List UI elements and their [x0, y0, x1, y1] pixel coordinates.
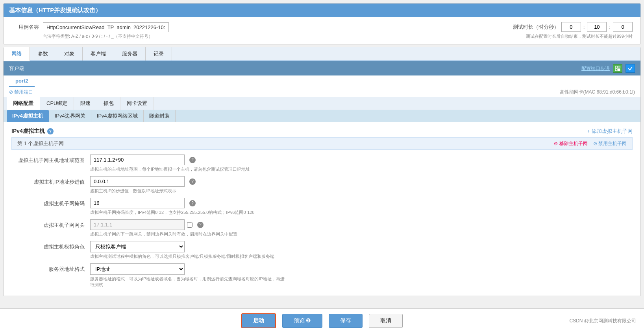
- disable-port-row: ⊘ 禁用端口 高性能网卡(MAC 68:91:d0:66:b0:1f): [4, 87, 640, 97]
- name-hint: 合法字符类型: A-Z / a-z / 0-9 / : / - / _（不支持中…: [43, 33, 169, 39]
- subsection-label: 第 1 个虚拟主机子网: [17, 140, 64, 147]
- form-row-host-range: 虚拟主机子网主机地址或范围 ? 虚拟主机的主机地址范围，每个IP地址模拟一个主机…: [11, 155, 633, 172]
- duration-minutes-input[interactable]: [587, 22, 607, 32]
- subtab2-ipv4-virtual-host[interactable]: IPv4虚拟主机: [7, 110, 49, 122]
- form-row-mask: 虚拟主机子网掩码 ? 虚拟主机子网掩码长度，IPv4范围0-32，也支持255.…: [11, 198, 633, 215]
- duration-seconds-input[interactable]: [613, 22, 633, 32]
- check-icon[interactable]: [625, 64, 635, 73]
- remove-subnet-link[interactable]: ⊘ 移除主机子网: [554, 140, 587, 147]
- ip-step-help-icon[interactable]: ?: [189, 178, 196, 185]
- form-row-gateway: 虚拟主机子网网关 ? 虚拟主机子网的下一跳网关，禁用边界网关时有效，启用时在边界…: [11, 219, 633, 237]
- mac-info: 高性能网卡(MAC 68:91:d0:66:b0:1f): [560, 89, 635, 96]
- add-subnet-link[interactable]: + 添加虚拟主机子网: [587, 128, 633, 135]
- config-port-link[interactable]: 配置端口步进: [581, 65, 610, 72]
- content-area: IPv4虚拟主机 ? + 添加虚拟主机子网 第 1 个虚拟主机子网 ⊘ 移除主机…: [4, 122, 640, 296]
- page-wrapper: 基本信息（HTTP并发慢确认攻击） 用例名称 合法字符类型: A-Z / a-z…: [0, 0, 644, 333]
- client-header-right: 配置端口步进: [581, 64, 635, 73]
- subtab2-ipv4-network-zone[interactable]: IPv4虚拟网络区域: [91, 110, 144, 122]
- gateway-hint: 虚拟主机子网的下一跳网关，禁用边界网关时有效，启用时在边界网关中配置: [90, 231, 237, 237]
- basic-info-name-row: 用例名称: [11, 22, 169, 32]
- subtab-cpu-binding[interactable]: CPU绑定: [40, 97, 74, 110]
- ip-step-label: 虚拟主机IP地址步进值: [11, 176, 90, 186]
- server-addr-label: 服务器地址格式: [11, 263, 90, 273]
- subsection-row: 第 1 个虚拟主机子网 ⊘ 移除主机子网 ⊘ 禁用主机子网: [11, 137, 633, 150]
- svg-rect-3: [618, 69, 620, 71]
- use-case-name-input[interactable]: [43, 22, 169, 32]
- port-tab-port2[interactable]: port2: [9, 75, 35, 87]
- form-row-ip-step: 虚拟主机IP地址步进值 ? 虚拟主机IP的步进值，数值以IP地址形式表示: [11, 176, 633, 194]
- section-title-row: IPv4虚拟主机 ? + 添加虚拟主机子网: [11, 128, 633, 135]
- disable-subnet-link[interactable]: ⊘ 禁用主机子网: [593, 140, 627, 147]
- subtab-capture[interactable]: 抓包: [97, 97, 120, 110]
- duration-hint: 测试在配置时长后自动结束，测试时长不能超过999小时: [526, 33, 633, 39]
- svg-rect-0: [615, 66, 617, 68]
- preview-button[interactable]: 预览 ❷: [282, 314, 323, 328]
- subtab-network-config[interactable]: 网络配置: [7, 97, 40, 110]
- client-title: 客户端: [9, 65, 24, 72]
- cancel-button[interactable]: 取消: [369, 314, 403, 328]
- duration-row: 测试时长（时分秒） : :: [513, 22, 633, 32]
- basic-info-header: 基本信息（HTTP并发慢确认攻击）: [4, 4, 640, 17]
- basic-info-right: 测试时长（时分秒） : : 测试在配置时长后自动结束，测试时长不能超过999小时: [513, 22, 633, 39]
- duration-label: 测试时长（时分秒）: [513, 24, 559, 31]
- host-range-wrap: ? 虚拟主机的主机地址范围，每个IP地址模拟一个主机，请勿包含测试仪管理口IP地…: [90, 155, 250, 172]
- gateway-input: [90, 219, 185, 230]
- host-range-inline: ?: [90, 155, 250, 165]
- subtab-nic-settings[interactable]: 网卡设置: [120, 97, 154, 110]
- sub-tabs2-ipv4: IPv4虚拟主机 IPv4边界网关 IPv4虚拟网络区域 隧道封装: [4, 110, 640, 122]
- tab-params[interactable]: 参数: [30, 47, 56, 61]
- gateway-label: 虚拟主机子网网关: [11, 219, 90, 229]
- connect-icon[interactable]: [613, 64, 622, 73]
- mask-wrap: ? 虚拟主机子网掩码长度，IPv4范围0-32，也支持255.255.255.0…: [90, 198, 255, 215]
- role-select[interactable]: 只模拟客户端 只模拟服务端 同时模拟客户端和服务端: [90, 241, 185, 252]
- mask-input[interactable]: [90, 198, 185, 208]
- subtab2-tunnel-encap[interactable]: 隧道封装: [144, 110, 176, 122]
- subtab2-ipv4-gateway[interactable]: IPv4边界网关: [49, 110, 91, 122]
- tab-client[interactable]: 客户端: [83, 47, 114, 61]
- sub-tabs-network: 网络配置 CPU绑定 限速 抓包 网卡设置: [4, 97, 640, 110]
- tab-objects[interactable]: 对象: [56, 47, 83, 61]
- start-button[interactable]: 启动: [241, 313, 276, 328]
- tabs-container: 网络 参数 对象 客户端 服务器 记录 客户端 配置端口步进: [3, 47, 641, 296]
- section-title: IPv4虚拟主机 ?: [11, 128, 54, 135]
- duration-sep1: :: [583, 24, 585, 30]
- tab-server[interactable]: 服务器: [114, 47, 146, 61]
- server-addr-hint: 服务器地址的格式，可以为IP地址或者域名，当为域名时，用例运行前先查询域名对应的…: [90, 276, 287, 288]
- form-row-role: 虚拟主机模拟角色 只模拟客户端 只模拟服务端 同时模拟客户端和服务端 虚拟主机测…: [11, 241, 633, 259]
- role-label: 虚拟主机模拟角色: [11, 241, 90, 250]
- gateway-inline: ?: [90, 219, 237, 230]
- tab-network[interactable]: 网络: [4, 47, 30, 61]
- save-button[interactable]: 保存: [329, 314, 363, 328]
- disable-port-link[interactable]: ⊘ 禁用端口: [9, 89, 33, 96]
- port-tab-row: port2: [4, 75, 640, 87]
- role-inline: 只模拟客户端 只模拟服务端 同时模拟客户端和服务端: [90, 241, 274, 252]
- client-header: 客户端 配置端口步进: [4, 61, 640, 75]
- host-range-hint: 虚拟主机的主机地址范围，每个IP地址模拟一个主机，请勿包含测试仪管理口IP地址: [90, 166, 250, 172]
- subtab-speed-limit[interactable]: 限速: [74, 97, 97, 110]
- main-tabs: 网络 参数 对象 客户端 服务器 记录: [4, 47, 640, 61]
- duration-sep2: :: [609, 24, 611, 30]
- ip-step-input[interactable]: [90, 176, 185, 187]
- ipv4-help-icon[interactable]: ?: [47, 128, 54, 134]
- ip-step-inline: ?: [90, 176, 196, 187]
- host-range-input[interactable]: [90, 155, 185, 165]
- host-range-help-icon[interactable]: ?: [189, 157, 196, 163]
- svg-rect-1: [618, 66, 620, 68]
- mask-inline: ?: [90, 198, 255, 208]
- duration-hours-input[interactable]: [561, 22, 581, 32]
- role-hint: 虚拟主机测试过程中模拟的角色，可以选择只模拟客户端/只模拟服务端/同时模拟客户端…: [90, 254, 274, 259]
- tab-records[interactable]: 记录: [146, 47, 172, 61]
- gateway-checkbox[interactable]: [187, 222, 192, 228]
- basic-info-left: 用例名称 合法字符类型: A-Z / a-z / 0-9 / : / - / _…: [11, 22, 169, 39]
- ip-step-wrap: ? 虚拟主机IP的步进值，数值以IP地址形式表示: [90, 176, 196, 194]
- name-label: 用例名称: [11, 24, 39, 31]
- client-section: 客户端 配置端口步进 port2 ⊘ 禁用端口 高性能网: [4, 61, 640, 296]
- basic-info-body: 用例名称 合法字符类型: A-Z / a-z / 0-9 / : / - / _…: [4, 17, 640, 44]
- mask-help-icon[interactable]: ?: [189, 200, 196, 206]
- gateway-wrap: ? 虚拟主机子网的下一跳网关，禁用边界网关时有效，启用时在边界网关中配置: [90, 219, 237, 237]
- subsection-actions: ⊘ 移除主机子网 ⊘ 禁用主机子网: [554, 140, 627, 147]
- server-addr-select[interactable]: IP地址 域名: [90, 263, 185, 275]
- mask-hint: 虚拟主机子网掩码长度，IPv4范围0-32，也支持255.255.255.0的格…: [90, 210, 255, 215]
- gateway-help-icon[interactable]: ?: [197, 222, 204, 228]
- role-wrap: 只模拟客户端 只模拟服务端 同时模拟客户端和服务端 虚拟主机测试过程中模拟的角色…: [90, 241, 274, 259]
